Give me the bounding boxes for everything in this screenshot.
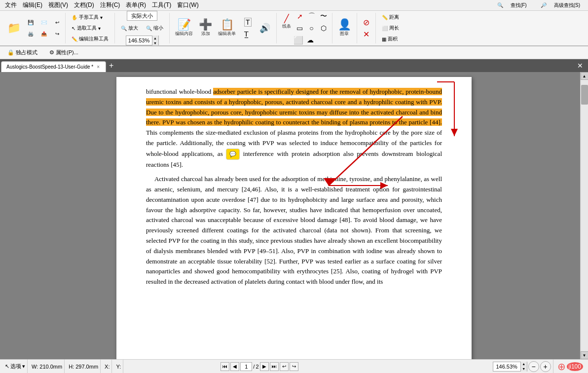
scale-input[interactable]: 146.53% bbox=[126, 37, 152, 43]
y-coord-status: Y: bbox=[114, 360, 123, 373]
menu-annotate[interactable]: 注释(C) bbox=[97, 0, 123, 10]
go-back-button[interactable]: ↩ bbox=[280, 362, 289, 371]
measurement-group: 📏 距离 ⬜ 周长 ▦ 面积 bbox=[376, 13, 405, 43]
status-zoom-up[interactable]: ▲ bbox=[521, 362, 527, 367]
redo-button[interactable]: ↪ bbox=[52, 29, 62, 39]
menu-form[interactable]: 表单(R) bbox=[123, 0, 149, 10]
properties-icon: ⚙ bbox=[49, 49, 54, 56]
x-coord-status: X: bbox=[103, 360, 112, 373]
stamp-button[interactable]: 👤 图章 bbox=[335, 17, 354, 39]
comment-bubble[interactable]: 💬 bbox=[226, 149, 240, 160]
tab-bar: Auslogics-BoostSpeed-13-User-Guide * × +… bbox=[0, 59, 588, 72]
distance-icon: 📏 bbox=[382, 15, 388, 20]
speaker-icon: 🔊 bbox=[259, 23, 270, 34]
scale-up-btn[interactable]: ▲ bbox=[152, 36, 158, 40]
area-button[interactable]: ▦ 面积 bbox=[379, 34, 401, 44]
undo-button[interactable]: ↩ bbox=[52, 17, 62, 28]
advanced-search-button[interactable]: 🔎 高级查找(S) bbox=[535, 0, 586, 11]
print-icon: 🖨️ bbox=[28, 31, 34, 37]
scroll-track[interactable] bbox=[581, 80, 588, 351]
eraser2-button[interactable]: ✕ bbox=[360, 29, 372, 39]
paragraph2: Activated charcoal has already been used… bbox=[146, 174, 442, 287]
poly-btn[interactable]: ⬡ bbox=[318, 23, 329, 34]
menu-edit[interactable]: 编辑(E) bbox=[20, 0, 45, 10]
cursor-icon: ↖ bbox=[72, 26, 75, 31]
eraser-button[interactable]: ⊘ bbox=[360, 17, 372, 28]
scroll-down-button[interactable]: ▼ bbox=[581, 351, 588, 359]
zoom-out-icon: 🔍 bbox=[146, 26, 152, 31]
zoom-plus-button[interactable]: + bbox=[540, 361, 551, 372]
rect2-btn[interactable]: ⬜ bbox=[293, 35, 304, 45]
perimeter-button[interactable]: ⬜ 周长 bbox=[379, 23, 402, 33]
line-button[interactable]: ╱ 线条 bbox=[280, 13, 294, 32]
menu-window[interactable]: 窗口(W) bbox=[174, 0, 201, 10]
tab-close-button[interactable]: × bbox=[96, 64, 101, 70]
go-forward-button[interactable]: ↪ bbox=[290, 362, 298, 371]
vertical-scrollbar[interactable]: ▲ ▼ bbox=[580, 72, 588, 359]
open-folder-button[interactable]: 📁 bbox=[5, 21, 23, 36]
document-tab[interactable]: Auslogics-BoostSpeed-13-User-Guide * × bbox=[1, 61, 106, 72]
solo-mode-button[interactable]: 🔒 独占模式 bbox=[3, 47, 42, 58]
share-button[interactable]: 📤 bbox=[38, 29, 50, 39]
shapes-group: ╱ 线条 ➚ ⌒ 〜 ▭ ○ ⬡ ⬜ ☁ bbox=[277, 13, 332, 43]
highlighted-text: adsorber particle is specifically design… bbox=[146, 88, 442, 126]
stamp-icon: 👤 bbox=[338, 19, 351, 30]
squiggle-btn[interactable]: 〜 bbox=[318, 11, 329, 22]
scroll-up-button[interactable]: ▲ bbox=[581, 72, 588, 80]
tab-add-button[interactable]: + bbox=[106, 61, 116, 70]
properties-button[interactable]: ⚙ 属性(P)... bbox=[45, 47, 83, 58]
hand-dropdown-icon: ▾ bbox=[100, 15, 103, 20]
add-button[interactable]: ➕ 添加 bbox=[196, 17, 215, 39]
scale-down-btn[interactable]: ▼ bbox=[152, 40, 158, 45]
arrow-btn[interactable]: ➚ bbox=[294, 11, 305, 22]
adv-search-icon: 🔎 bbox=[538, 1, 550, 9]
email-button[interactable]: ✉️ bbox=[38, 17, 50, 28]
line-icon: ╱ bbox=[284, 15, 289, 23]
text-field-button[interactable]: T bbox=[241, 17, 255, 28]
tab-label: Auslogics-BoostSpeed-13-User-Guide * bbox=[6, 64, 93, 70]
menu-document[interactable]: 文档(D) bbox=[71, 0, 97, 10]
first-page-button[interactable]: ⏮ bbox=[220, 362, 229, 371]
menu-tools[interactable]: 工具(T) bbox=[149, 0, 174, 10]
save-button[interactable]: 💾 bbox=[25, 17, 37, 28]
zoom-in-button[interactable]: 🔍 放大 bbox=[118, 23, 141, 34]
next-page-button[interactable]: ▶ bbox=[260, 362, 269, 371]
scale-combo[interactable]: 146.53% ▲ ▼ bbox=[126, 36, 159, 45]
text-style-button[interactable]: T̲ bbox=[241, 29, 255, 39]
select-tool-button[interactable]: ↖ 选取工具 ▾ bbox=[69, 23, 104, 33]
rect-btn[interactable]: ▭ bbox=[294, 23, 305, 34]
actual-size-button[interactable]: 实际大小 bbox=[127, 11, 157, 21]
edit-annot-tool-button[interactable]: ✏️ 编辑注释工具 bbox=[69, 34, 111, 44]
distance-button[interactable]: 📏 距离 bbox=[379, 12, 402, 22]
prev-page-button[interactable]: ◀ bbox=[230, 362, 239, 371]
select-mode-status[interactable]: ↖ 选项 ▾ bbox=[3, 360, 28, 373]
zoom-out-button[interactable]: 🔍 缩小 bbox=[143, 23, 166, 34]
edit-form-button[interactable]: 📋 编辑表单 bbox=[216, 17, 238, 39]
save-icon: 💾 bbox=[28, 20, 34, 25]
status-zoom-input[interactable]: 146.53% bbox=[493, 364, 520, 370]
menu-view[interactable]: 视图(V) bbox=[45, 0, 71, 10]
hand-icon: ✋ bbox=[72, 15, 77, 20]
close-all-tabs-button[interactable]: ✕ bbox=[573, 62, 587, 70]
speaker-button[interactable]: 🔊 bbox=[257, 23, 273, 34]
zoom-minus-button[interactable]: − bbox=[528, 361, 539, 372]
last-page-button[interactable]: ⏭ bbox=[270, 362, 279, 371]
status-zoom-down[interactable]: ▼ bbox=[521, 367, 527, 372]
find-button[interactable]: 🔍 查找(F) bbox=[491, 0, 533, 11]
status-zoom-combo[interactable]: 146.53% ▲ ▼ bbox=[493, 362, 527, 372]
curve-btn[interactable]: ⌒ bbox=[306, 11, 317, 22]
select-dropdown-icon: ▾ bbox=[98, 26, 101, 31]
document-page: bifunctional whole-blood adsorber partic… bbox=[116, 77, 472, 359]
zoom-in-icon: 🔍 bbox=[121, 26, 127, 31]
area-icon: ▦ bbox=[382, 37, 386, 42]
cloud-btn[interactable]: ☁ bbox=[305, 35, 316, 45]
scale-arrows: ▲ ▼ bbox=[152, 36, 158, 45]
menu-file[interactable]: 文件 bbox=[2, 0, 20, 10]
edit-content-button[interactable]: 📝 编辑内容 bbox=[173, 17, 195, 39]
page-input[interactable] bbox=[240, 362, 252, 371]
hand-tool-button[interactable]: ✋ 手形工具 ▾ bbox=[69, 12, 106, 22]
menu-bar: 文件 编辑(E) 视图(V) 文档(D) 注释(C) 表单(R) 工具(T) 窗… bbox=[0, 0, 588, 11]
circle-btn[interactable]: ○ bbox=[306, 23, 317, 34]
print-button[interactable]: 🖨️ bbox=[25, 29, 37, 39]
scroll-thumb[interactable] bbox=[581, 85, 588, 105]
